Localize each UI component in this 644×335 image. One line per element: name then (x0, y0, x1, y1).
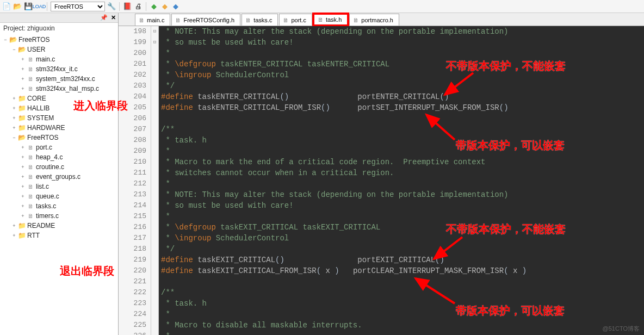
tree-label: SYSTEM (26, 114, 54, 122)
code-line[interactable]: * \ingroup SchedulerControl (161, 70, 644, 80)
tab-port-c[interactable]: 🗎port.c (279, 14, 312, 26)
tree-toggle[interactable]: + (20, 213, 26, 219)
tree-toggle[interactable]: + (20, 184, 26, 189)
tool-icon-3[interactable]: 💾 (24, 2, 33, 11)
tab-task-h[interactable]: 🗎task.h (313, 14, 348, 26)
tree-row[interactable]: +📁HALLIB (0, 103, 118, 113)
tool-icon-6[interactable]: 📕 (123, 2, 132, 11)
code-line[interactable]: #define taskENTER_CRITICAL() portENTER_C… (161, 91, 644, 102)
code-line[interactable]: * (161, 48, 644, 59)
tool-icon-7[interactable]: 🖨 (134, 2, 143, 11)
tree-toggle[interactable]: + (20, 174, 26, 179)
tree-row[interactable]: +📁CORE (0, 94, 118, 103)
code-line[interactable]: * so must be used with care! (161, 200, 644, 211)
code-line[interactable]: */ (161, 244, 644, 255)
tree-toggle[interactable]: + (20, 86, 26, 91)
tree-toggle[interactable]: − (11, 47, 17, 52)
tree-toggle[interactable]: + (11, 106, 17, 111)
tree-row[interactable]: −📂FreeRTOS (0, 35, 118, 45)
tree-toggle[interactable]: − (2, 37, 9, 42)
code-line[interactable]: * task. h (161, 135, 644, 146)
tree-row[interactable]: +📁HARDWARE (0, 123, 118, 133)
file-icon: 🗎 (26, 144, 35, 151)
tool-icon-9[interactable]: ◆ (160, 2, 169, 11)
code-line[interactable]: * NOTE: This may alter the stack (depend… (161, 189, 644, 200)
code-line[interactable]: * \defgroup taskEXIT_CRITICAL taskEXIT_C… (161, 222, 644, 233)
tree-toggle[interactable]: + (20, 145, 26, 150)
code-line[interactable]: * Macro to mark the end of a critical co… (161, 157, 644, 167)
tool-icon-1[interactable]: 📄 (2, 2, 11, 11)
code-line[interactable]: * (161, 211, 644, 222)
tree-row[interactable]: +🗎list.c (0, 182, 118, 191)
tree-toggle[interactable]: + (20, 57, 26, 62)
tool-icon-8[interactable]: ◆ (150, 2, 158, 11)
tool-icon-5[interactable]: 🔧 (107, 2, 116, 11)
tree-toggle[interactable]: + (11, 125, 17, 131)
code-line[interactable]: * \defgroup taskENTER_CRITICAL taskENTER… (161, 59, 644, 70)
close-icon[interactable]: ✕ (111, 14, 116, 21)
tree-toggle[interactable]: + (11, 96, 17, 101)
fold-marker[interactable]: ⊟ (151, 26, 158, 37)
tree-row[interactable]: +🗎main.c (0, 54, 118, 64)
tree-toggle[interactable]: + (11, 115, 17, 121)
tree-toggle[interactable]: + (20, 154, 26, 160)
code-line[interactable]: * task. h (161, 298, 644, 309)
tree-row[interactable]: +📁SYSTEM (0, 113, 118, 123)
code-line[interactable]: */ (161, 80, 644, 91)
tree-row[interactable]: +🗎stm32f4xx_hal_msp.c (0, 84, 118, 94)
target-select[interactable]: FreeRTOS (51, 2, 105, 11)
tree-toggle[interactable]: − (11, 135, 17, 140)
tree-toggle[interactable]: + (20, 164, 26, 170)
tab-FreeRTOSConfig-h[interactable]: 🗎FreeRTOSConfig.h (171, 14, 240, 26)
code-line[interactable]: * so must be used with care! (161, 37, 644, 48)
code-line[interactable]: #define taskEXIT_CRITICAL() portEXIT_CRI… (161, 255, 644, 265)
pin-icon[interactable]: 📌 (100, 14, 108, 21)
tool-icon-10[interactable]: ◆ (171, 2, 180, 11)
fold-column[interactable]: ⊟⊟ (151, 26, 159, 335)
tree-label: CORE (26, 95, 46, 102)
tree-row[interactable]: +🗎heap_4.c (0, 152, 118, 162)
code-line[interactable] (161, 276, 644, 287)
tree-toggle[interactable]: + (20, 76, 26, 82)
tree-row[interactable]: +🗎event_groups.c (0, 172, 118, 182)
code-line[interactable]: * Macro to disable all maskable interrup… (161, 320, 644, 331)
tree-row[interactable]: −📂USER (0, 45, 118, 54)
code-line[interactable]: * switches cannot occur when in a critic… (161, 167, 644, 178)
tree-row[interactable]: +📁RTT (0, 231, 118, 240)
tree-row[interactable]: +📁README (0, 221, 118, 231)
tree-toggle[interactable]: + (11, 233, 17, 238)
project-tree[interactable]: −📂FreeRTOS−📂USER+🗎main.c+🗎stm32f4xx_it.c… (0, 34, 118, 335)
toolbar-separator (146, 2, 146, 11)
tree-row[interactable]: +🗎port.c (0, 142, 118, 152)
tab-portmacro-h[interactable]: 🗎portmacro.h (349, 14, 399, 26)
code-line[interactable]: * (161, 309, 644, 320)
tree-row[interactable]: +🗎timers.c (0, 211, 118, 221)
code-line[interactable] (161, 113, 644, 124)
tree-toggle[interactable]: + (20, 194, 26, 199)
code-line[interactable]: #define taskENTER_CRITICAL_FROM_ISR() po… (161, 102, 644, 113)
tree-toggle[interactable]: + (20, 203, 26, 209)
tree-row[interactable]: +🗎tasks.c (0, 201, 118, 211)
tool-icon-4[interactable]: LOAD (35, 2, 44, 11)
line-number: 203 (119, 80, 146, 91)
tree-row[interactable]: +🗎croutine.c (0, 162, 118, 172)
tree-row[interactable]: +🗎system_stm32f4xx.c (0, 74, 118, 84)
code-line[interactable]: * \ingroup SchedulerControl (161, 233, 644, 244)
code-line[interactable]: * NOTE: This may alter the stack (depend… (161, 26, 644, 37)
code-line[interactable]: * (161, 178, 644, 189)
code-line[interactable]: #define taskEXIT_CRITICAL_FROM_ISR( x ) … (161, 265, 644, 276)
fold-marker[interactable]: ⊟ (151, 37, 158, 48)
tree-toggle[interactable]: + (11, 223, 17, 228)
tree-row[interactable]: −📂FreeRTOS (0, 133, 118, 142)
code-content[interactable]: * NOTE: This may alter the stack (depend… (159, 26, 644, 335)
tree-toggle[interactable]: + (20, 66, 26, 72)
tab-tasks-c[interactable]: 🗎tasks.c (242, 14, 278, 26)
code-line[interactable]: * (161, 331, 644, 335)
code-line[interactable]: * (161, 146, 644, 157)
tab-main-c[interactable]: 🗎main.c (135, 14, 170, 26)
tree-row[interactable]: +🗎stm32f4xx_it.c (0, 64, 118, 74)
tool-icon-2[interactable]: 📂 (13, 2, 22, 11)
code-line[interactable]: /** (161, 287, 644, 298)
tree-row[interactable]: +🗎queue.c (0, 191, 118, 201)
code-line[interactable]: /** (161, 124, 644, 135)
